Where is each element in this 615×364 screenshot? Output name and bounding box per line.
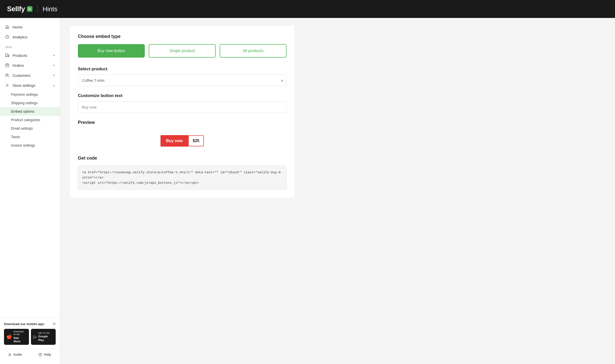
sidebar-item-store-settings[interactable]: Store settings ▴	[0, 80, 60, 90]
google-play-line2: Google Play	[38, 335, 53, 342]
buy-now-button[interactable]: Buy now button	[78, 44, 145, 58]
sidebar-item-store-settings-label: Store settings	[12, 83, 35, 88]
page-title: Hints	[43, 5, 57, 13]
google-play-line1: GET IT ON	[38, 332, 53, 335]
app-store-badge[interactable]: 🍎 Download on the App Store	[4, 329, 29, 345]
app-header: Sellfy S Hints	[0, 0, 615, 18]
store-settings-chevron-icon: ▴	[53, 84, 55, 87]
embed-type-row: Buy now button Single product All produc…	[78, 44, 287, 58]
sidebar-item-customers[interactable]: Customers ▾	[0, 70, 60, 80]
main-content: Choose embed type Buy now button Single …	[60, 18, 615, 364]
select-product-wrapper: Coffee T-shirt ▾	[78, 75, 287, 86]
android-icon: ▷	[33, 334, 37, 340]
sidebar-sub-email-settings-label: Email settings	[11, 126, 33, 130]
mobile-app-section: Download our mobile app: ✕ 🍎 Download on…	[0, 317, 60, 349]
svg-marker-2	[8, 55, 9, 56]
help-label: Help	[44, 353, 51, 357]
sidebar-sub-embed-options[interactable]: Embed options	[0, 107, 60, 116]
sidebar-item-orders[interactable]: Orders ▾	[0, 60, 60, 70]
sidebar-sub-invoice-settings-label: Invoice settings	[11, 143, 35, 147]
customize-text-input[interactable]	[78, 101, 287, 113]
customize-label: Customize button text	[78, 93, 287, 98]
sidebar-item-products[interactable]: Products ▾	[0, 50, 60, 60]
sidebar-item-home[interactable]: Home	[0, 22, 60, 32]
preview-widget: Buy now $25	[78, 130, 287, 149]
get-code-label: Get code	[78, 156, 287, 161]
sidebar-sub-email-settings[interactable]: Email settings	[0, 124, 60, 133]
all-products-button[interactable]: All products	[220, 44, 287, 58]
app-store-line2: App Store	[13, 336, 26, 343]
invite-icon	[8, 353, 11, 357]
app-badges: 🍎 Download on the App Store ▷ GET IT ON …	[4, 329, 56, 345]
preview-buy-now-button[interactable]: Buy now	[160, 135, 188, 147]
select-product-dropdown[interactable]: Coffee T-shirt	[78, 75, 287, 86]
logo-badge: S	[27, 6, 32, 12]
embed-type-section-title: Choose embed type	[78, 34, 287, 39]
products-chevron-icon: ▾	[53, 54, 55, 57]
sidebar: Home Analytics Store Products ▾ Orders ▾	[0, 18, 60, 364]
sidebar-sub-taxes-label: Taxes	[11, 135, 20, 139]
store-section-label: Store	[0, 42, 60, 50]
svg-rect-1	[5, 54, 8, 56]
invite-label: Invite	[13, 353, 22, 357]
orders-chevron-icon: ▾	[53, 64, 55, 67]
close-mobile-banner-button[interactable]: ✕	[52, 322, 56, 326]
sidebar-sub-invoice-settings[interactable]: Invoice settings	[0, 141, 60, 150]
embed-options-card: Choose embed type Buy now button Single …	[70, 26, 295, 198]
customers-icon	[5, 73, 9, 78]
mobile-app-label: Download our mobile app: ✕	[4, 322, 56, 326]
help-icon	[38, 353, 42, 357]
sidebar-item-home-label: Home	[12, 25, 22, 29]
preview-price-badge: $25	[188, 135, 204, 146]
sidebar-item-customers-label: Customers	[12, 73, 31, 78]
sidebar-item-analytics-label: Analytics	[12, 35, 27, 39]
help-button[interactable]: Help	[30, 349, 60, 360]
preview-section: Buy now $25	[78, 130, 287, 149]
main-layout: Home Analytics Store Products ▾ Orders ▾	[0, 18, 615, 364]
sidebar-sub-payment-settings-label: Payment settings	[11, 92, 38, 96]
analytics-icon	[5, 35, 9, 39]
app-store-line1: Download on the	[13, 330, 26, 336]
orders-icon	[5, 63, 9, 68]
home-icon	[5, 25, 9, 29]
select-product-label: Select product	[78, 67, 287, 72]
svg-point-4	[8, 56, 9, 57]
svg-point-6	[6, 74, 7, 75]
sidebar-item-products-label: Products	[12, 53, 27, 58]
invite-button[interactable]: Invite	[0, 349, 30, 360]
logo-text: Sellfy	[7, 5, 25, 13]
preview-label: Preview	[78, 120, 287, 125]
sidebar-item-orders-label: Orders	[12, 63, 24, 68]
sidebar-item-analytics[interactable]: Analytics	[0, 32, 60, 42]
logo: Sellfy S	[7, 5, 32, 13]
sidebar-sub-payment-settings[interactable]: Payment settings	[0, 90, 60, 99]
sidebar-sub-shipping-settings[interactable]: Shipping settings	[0, 99, 60, 107]
products-icon	[5, 53, 9, 58]
sidebar-sub-product-categories[interactable]: Product categories	[0, 116, 60, 124]
svg-point-7	[7, 85, 8, 86]
header-divider	[37, 5, 38, 13]
code-snippet[interactable]: <a href="https://susannap.sellfy.store/p…	[78, 166, 287, 190]
customers-chevron-icon: ▾	[53, 74, 55, 77]
sidebar-sub-product-categories-label: Product categories	[11, 118, 40, 122]
single-product-button[interactable]: Single product	[149, 44, 216, 58]
svg-point-3	[6, 56, 6, 57]
sidebar-sub-taxes[interactable]: Taxes	[0, 133, 60, 141]
store-settings-icon	[5, 83, 9, 88]
sidebar-sub-shipping-settings-label: Shipping settings	[11, 101, 38, 105]
sidebar-footer: Invite Help	[0, 349, 60, 360]
svg-point-8	[9, 354, 10, 355]
apple-icon: 🍎	[6, 334, 12, 340]
google-play-badge[interactable]: ▷ GET IT ON Google Play	[31, 329, 56, 345]
sidebar-sub-embed-options-label: Embed options	[11, 109, 34, 113]
